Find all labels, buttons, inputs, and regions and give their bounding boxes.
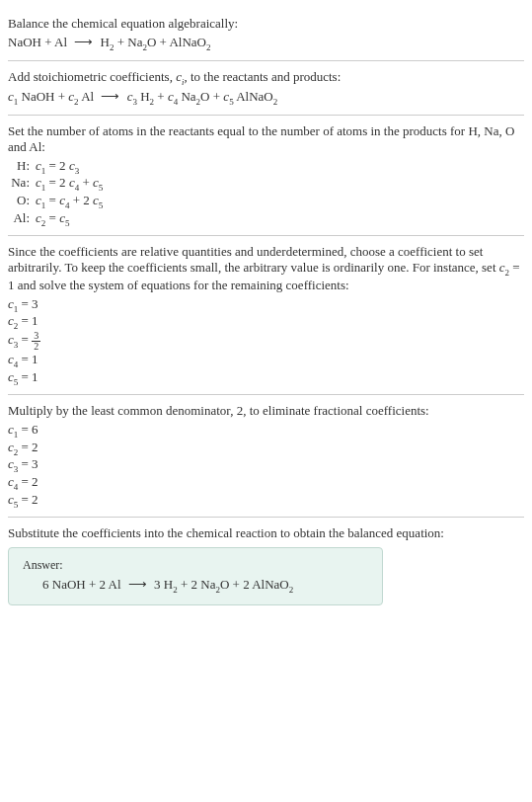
coeff-line: c2 = 2: [8, 440, 524, 457]
intro-text: Since the coefficients are relative quan…: [8, 244, 524, 293]
coeff-line: c4 = 1: [8, 352, 524, 369]
table-row: Na: c1 = 2 c4 + c5: [8, 175, 103, 193]
intro-text: Multiply by the least common denominator…: [8, 403, 524, 419]
element-eq: c1 = 2 c4 + c5: [36, 175, 103, 193]
section-atoms: Set the number of atoms in the reactants…: [8, 116, 524, 236]
coeff-line: c1 = 6: [8, 422, 524, 440]
element-label: Al:: [8, 210, 36, 228]
element-label: Na:: [8, 175, 36, 193]
element-eq: c1 = c4 + 2 c5: [36, 193, 103, 210]
element-label: H:: [8, 158, 36, 176]
answer-box: Answer: 6 NaOH + 2 Al ⟶ 3 H2 + 2 Na2O + …: [8, 547, 383, 605]
table-row: H: c1 = 2 c3: [8, 158, 103, 176]
coeff-line: c3 = 3: [8, 456, 524, 474]
equation: NaOH + Al ⟶ H2 + Na2O + AlNaO2: [8, 35, 524, 52]
section-substitute: Substitute the coefficients into the che…: [8, 518, 524, 613]
coeff-line: c2 = 1: [8, 313, 524, 331]
intro-text: Balance the chemical equation algebraica…: [8, 16, 524, 32]
section-stoich: Add stoichiometric coefficients, ci, to …: [8, 61, 524, 116]
coeff-line: c1 = 3: [8, 296, 524, 314]
answer-equation: 6 NaOH + 2 Al ⟶ 3 H2 + 2 Na2O + 2 AlNaO2: [23, 577, 368, 595]
section-multiply: Multiply by the least common denominator…: [8, 395, 524, 518]
section-balance: Balance the chemical equation algebraica…: [8, 8, 524, 61]
element-eq: c2 = c5: [36, 210, 103, 228]
answer-label: Answer:: [23, 558, 368, 573]
equation: c1 NaOH + c2 Al ⟶ c3 H2 + c4 Na2O + c5 A…: [8, 89, 524, 107]
coefficient-list: c1 = 6 c2 = 2 c3 = 3 c4 = 2 c5 = 2: [8, 422, 524, 509]
table-row: Al: c2 = c5: [8, 210, 103, 228]
coeff-line: c3 = 32: [8, 331, 524, 352]
coefficient-list: c1 = 3 c2 = 1 c3 = 32 c4 = 1 c5 = 1: [8, 296, 524, 386]
coeff-line: c5 = 2: [8, 492, 524, 510]
intro-text: Substitute the coefficients into the che…: [8, 525, 524, 541]
atom-equations: H: c1 = 2 c3 Na: c1 = 2 c4 + c5 O: c1 = …: [8, 158, 103, 227]
intro-text: Set the number of atoms in the reactants…: [8, 123, 524, 155]
coeff-line: c5 = 1: [8, 369, 524, 387]
table-row: O: c1 = c4 + 2 c5: [8, 193, 103, 210]
element-eq: c1 = 2 c3: [36, 158, 103, 176]
intro-text: Add stoichiometric coefficients, ci, to …: [8, 69, 524, 87]
element-label: O:: [8, 193, 36, 210]
coeff-line: c4 = 2: [8, 474, 524, 492]
section-solve: Since the coefficients are relative quan…: [8, 236, 524, 395]
